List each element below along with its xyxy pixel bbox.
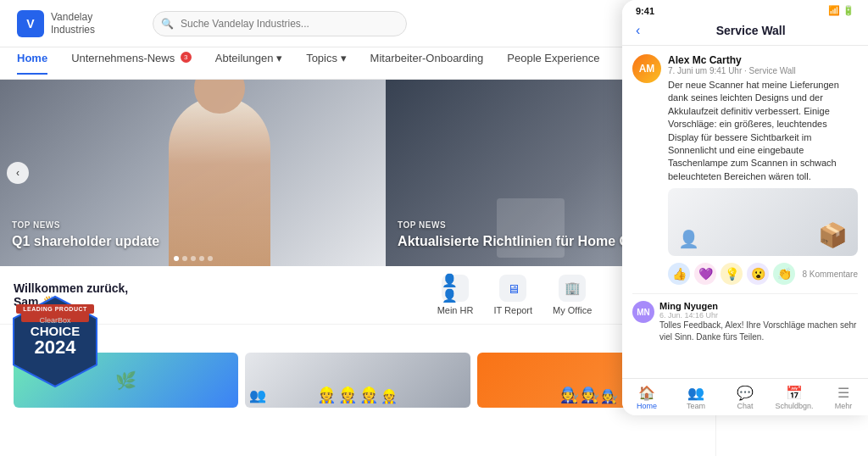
back-icon[interactable]: ‹: [636, 23, 640, 38]
mobile-title: Service Wall: [647, 24, 854, 37]
dot-4[interactable]: [199, 256, 204, 261]
person-figure: [169, 97, 270, 266]
thumb-bg-2: 👷 👷 👷 👷: [245, 353, 470, 408]
myoffice-icon: 🏢: [559, 275, 586, 302]
meinhr-label: Mein HR: [437, 305, 474, 315]
mobile-nav-chat[interactable]: 💬 Chat: [721, 381, 770, 414]
post-avatar: AM: [632, 54, 661, 83]
comment-body-1: Ming Nyugen 6. Jun. 14:16 Uhr Tolles Fee…: [659, 301, 858, 343]
logo-line2: Industries: [51, 24, 95, 36]
mobile-nav-home[interactable]: 🏠 Home: [622, 381, 671, 414]
service-post: AM Alex Mc Carthy 7. Juni um 9:41 Uhr · …: [632, 54, 858, 285]
post-text: Der neue Scanner hat meine Lieferungen d…: [668, 79, 858, 183]
comment-1-author: Ming Nyugen: [659, 301, 858, 311]
nav-item-abteilungen[interactable]: Abteilungen ▾: [215, 52, 282, 75]
mobile-nav-more[interactable]: ☰ Mehr: [819, 381, 868, 414]
meinhr-icon: 👤👤: [442, 275, 469, 302]
mobile-nav-schedule[interactable]: 📅 Schuldbgn.: [770, 381, 819, 414]
nav-item-home[interactable]: Home: [17, 52, 47, 75]
mobile-nav-home-label: Home: [637, 402, 657, 410]
logo-icon: V: [17, 10, 44, 37]
post-body: Alex Mc Carthy 7. Juni um 9:41 Uhr · Ser…: [668, 54, 858, 285]
mobile-nav: 🏠 Home 👥 Team 💬 Chat 📅 Schuldbgn. ☰ Mehr: [622, 378, 868, 415]
nav-item-news[interactable]: Unternehmens-News 3: [71, 52, 192, 75]
search-bar[interactable]: 🔍: [153, 11, 407, 36]
carousel-prev-btn[interactable]: ‹: [7, 162, 29, 184]
mobile-nav-schedule-label: Schuldbgn.: [775, 402, 813, 410]
slide-2-label: Top News Aktualisierte Richtlinien für H…: [398, 220, 658, 249]
logo-area: V Vandelay Industries: [17, 10, 136, 37]
comment-1: MN Ming Nyugen 6. Jun. 14:16 Uhr Tolles …: [632, 293, 858, 343]
slide-1-tag: Top News: [12, 220, 159, 230]
mobile-more-icon: ☰: [837, 385, 849, 401]
mobile-home-icon: 🏠: [638, 385, 655, 401]
reaction-idea[interactable]: 💡: [721, 263, 743, 285]
mehr-news-title: Mehr News: [14, 333, 702, 346]
slide-2-tag: Top News: [398, 220, 658, 230]
hex-leading-label: LEADING PRODUCT: [16, 304, 94, 314]
mobile-content[interactable]: AM Alex Mc Carthy 7. Juni um 9:41 Uhr · …: [622, 46, 868, 348]
dot-2[interactable]: [182, 256, 187, 261]
comment-avatar-1: MN: [632, 301, 654, 323]
mehr-news: Mehr News 🌿 👷 👷: [0, 325, 715, 456]
slide-1-label: Top News Q1 shareholder update: [12, 220, 159, 249]
news-badge: 3: [181, 52, 192, 63]
mobile-nav-team-label: Team: [687, 402, 705, 410]
mobile-status-bar: 9:41 📶 🔋: [622, 0, 868, 19]
main-wrapper: V Vandelay Industries 🔍 👤 🔔 2 ⊞ ▾ �: [0, 0, 868, 456]
mobile-status-icons: 📶 🔋: [828, 5, 854, 16]
news-images: 🌿 👷 👷 👷 👷: [14, 353, 702, 408]
mobile-nav-team[interactable]: 👥 Team: [671, 381, 721, 414]
hex-content: LEADING PRODUCT ClearBox CHOICE 2024: [16, 325, 94, 358]
myoffice-label: My Office: [553, 305, 592, 315]
mobile-preview: 9:41 📶 🔋 ‹ Service Wall AM Alex Mc Carth…: [622, 0, 868, 415]
logo-text: Vandelay Industries: [51, 11, 95, 36]
mobile-nav-more-label: Mehr: [835, 402, 853, 410]
nav-item-onboarding[interactable]: Mitarbeiter-Onboarding: [370, 52, 484, 75]
slide-2-title: Aktualisierte Richtlinien für Home Offic…: [398, 233, 658, 249]
dot-3[interactable]: [191, 256, 196, 261]
carousel-dots: [174, 256, 213, 261]
reaction-like[interactable]: 👍: [668, 263, 690, 285]
welcome-greeting: Willkommen zurück,: [14, 281, 149, 295]
reaction-cheer[interactable]: 👏: [773, 263, 795, 285]
quick-link-meinhr[interactable]: 👤👤 Mein HR: [437, 275, 474, 315]
comments-count: 8 Kommentare: [802, 270, 858, 279]
nav-item-topics[interactable]: Topics ▾: [306, 52, 346, 75]
hexagon-outer: LEADING PRODUCT ClearBox CHOICE 2024: [8, 295, 102, 388]
comment-1-meta: 6. Jun. 14:16 Uhr: [659, 311, 858, 320]
dot-5[interactable]: [208, 256, 213, 261]
mobile-chat-icon: 💬: [737, 385, 754, 401]
itreport-label: IT Report: [493, 305, 532, 315]
post-image-inner: 📦 👤: [668, 188, 858, 256]
mobile-team-icon: 👥: [687, 385, 704, 401]
slide-1-title: Q1 shareholder update: [12, 233, 159, 249]
logo-line1: Vandelay: [51, 11, 95, 23]
itreport-icon: 🖥: [499, 275, 526, 302]
reaction-wow[interactable]: 😮: [747, 263, 769, 285]
nav-item-people[interactable]: People Experience: [507, 52, 599, 75]
search-input[interactable]: [153, 11, 407, 36]
reactions-bar: 👍 💜 💡 😮 👏 8 Kommentare: [668, 263, 858, 285]
dot-1[interactable]: [174, 256, 179, 261]
reaction-love[interactable]: 💜: [694, 263, 716, 285]
mobile-title-bar: ‹ Service Wall: [622, 19, 868, 46]
mobile-schedule-icon: 📅: [786, 385, 803, 401]
quick-link-itreport[interactable]: 🖥 IT Report: [493, 275, 532, 315]
mobile-nav-chat-label: Chat: [737, 402, 753, 410]
post-meta: 7. Juni um 9:41 Uhr · Service Wall: [668, 66, 858, 75]
hex-choice-label: CHOICE: [16, 325, 94, 337]
search-icon: 🔍: [161, 18, 174, 30]
quick-link-myoffice[interactable]: 🏢 My Office: [553, 275, 592, 315]
comment-1-text: Tolles Feedback, Alex! Ihre Vorschläge m…: [659, 320, 858, 343]
hero-slide-1: ‹ Top News Q1 shareholder update: [0, 80, 386, 266]
news-thumb-2[interactable]: 👷 👷 👷 👷: [245, 353, 470, 408]
post-author: Alex Mc Carthy: [668, 54, 858, 66]
clearbox-badge: LEADING PRODUCT ClearBox CHOICE 2024: [8, 295, 102, 388]
hex-year-label: 2024: [16, 337, 94, 358]
mobile-time: 9:41: [636, 6, 654, 16]
post-image: 📦 👤: [668, 188, 858, 256]
